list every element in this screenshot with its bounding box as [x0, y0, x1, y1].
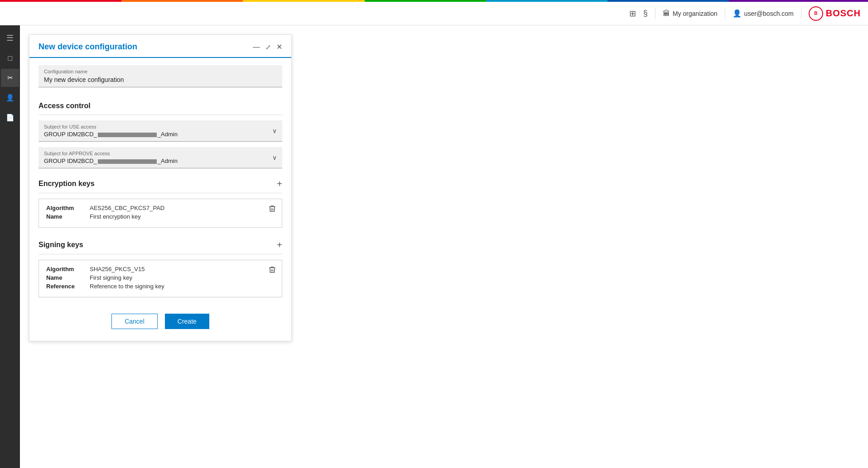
signing-algorithm-row: Algorithm SHA256_PKCS_V15	[46, 266, 275, 272]
user-icon: 👤	[733, 9, 742, 18]
signing-keys-section-header: Signing keys +	[39, 235, 282, 254]
access-control-title: Access control	[39, 102, 91, 110]
org-building-icon: 🏛	[663, 10, 670, 18]
encryption-algorithm-label: Algorithm	[46, 205, 82, 211]
header: ⊞ § 🏛 My organization 👤 user@bosch.com B…	[0, 2, 868, 25]
section-icon[interactable]: §	[643, 9, 648, 18]
header-user[interactable]: 👤 user@bosch.com	[733, 9, 794, 18]
main-content: New device configuration — ⤢ ✕ Configura…	[20, 25, 868, 468]
menu-icon: ☰	[6, 33, 14, 43]
encryption-keys-section-header: Encryption keys +	[39, 174, 282, 193]
config-name-label: Configuration name	[44, 69, 277, 74]
document-icon: 📄	[6, 114, 14, 122]
sidebar-item-box[interactable]: ◻	[1, 49, 19, 67]
encryption-key-card: Algorithm AES256_CBC_PKCS7_PAD Name Firs…	[39, 199, 282, 228]
main-layout: ☰ ◻ ✂ 👤 📄 New device configuration — ⤢ ✕	[0, 25, 868, 468]
delete-signing-key-button[interactable]	[268, 266, 276, 276]
access-control-section-header: Access control	[39, 96, 282, 115]
use-access-chevron-icon: ∨	[272, 127, 277, 134]
bosch-logo-circle: B	[809, 6, 823, 21]
header-divider-2	[725, 8, 725, 19]
signing-algorithm-value: SHA256_PKCS_V15	[90, 266, 145, 272]
org-name: My organization	[673, 10, 718, 17]
config-name-value: My new device configuration	[44, 76, 277, 83]
dialog-header: New device configuration — ⤢ ✕	[29, 35, 291, 58]
signing-algorithm-label: Algorithm	[46, 266, 82, 272]
use-access-label: Subject for USE access	[44, 124, 178, 129]
approve-access-value: GROUP IDM2BCD__Admin	[44, 158, 178, 164]
encryption-name-label: Name	[46, 213, 82, 220]
approve-access-left: Subject for APPROVE access GROUP IDM2BCD…	[44, 151, 178, 164]
tools-icon: ✂	[7, 74, 13, 82]
encryption-name-value: First encryption key	[90, 213, 141, 220]
signing-name-label: Name	[46, 274, 82, 281]
layout-icon[interactable]: ⊞	[629, 9, 636, 19]
cancel-button[interactable]: Cancel	[111, 314, 158, 329]
expand-button[interactable]: ⤢	[265, 43, 271, 51]
buttons-row: Cancel Create	[39, 305, 282, 334]
use-access-dropdown[interactable]: Subject for USE access GROUP IDM2BCD__Ad…	[39, 120, 282, 142]
user-email: user@bosch.com	[744, 10, 794, 17]
approve-access-dropdown[interactable]: Subject for APPROVE access GROUP IDM2BCD…	[39, 147, 282, 168]
signing-reference-label: Reference	[46, 283, 82, 290]
signing-keys-title: Signing keys	[39, 241, 83, 249]
delete-encryption-key-button[interactable]	[268, 205, 276, 215]
dialog-title: New device configuration	[39, 42, 137, 52]
config-name-field[interactable]: Configuration name My new device configu…	[39, 65, 282, 87]
person-icon: 👤	[6, 94, 14, 102]
use-access-left: Subject for USE access GROUP IDM2BCD__Ad…	[44, 124, 178, 138]
sidebar-item-tools[interactable]: ✂	[1, 69, 19, 87]
header-icons: ⊞ § 🏛 My organization 👤 user@bosch.com B…	[629, 6, 861, 21]
create-button[interactable]: Create	[165, 314, 209, 329]
box-icon: ◻	[7, 54, 13, 62]
signing-reference-value: Reference to the signing key	[90, 283, 164, 290]
sidebar: ☰ ◻ ✂ 👤 📄	[0, 25, 20, 468]
approve-access-chevron-icon: ∨	[272, 154, 277, 161]
header-divider-3	[801, 8, 801, 19]
add-signing-key-button[interactable]: +	[277, 240, 282, 249]
add-encryption-key-button[interactable]: +	[277, 179, 282, 188]
encryption-keys-title: Encryption keys	[39, 180, 95, 188]
signing-name-row: Name First signing key	[46, 274, 275, 281]
approve-access-label: Subject for APPROVE access	[44, 151, 178, 156]
bosch-logo: B BOSCH	[809, 6, 861, 21]
sidebar-item-person[interactable]: 👤	[1, 89, 19, 107]
header-org[interactable]: 🏛 My organization	[663, 10, 718, 18]
dialog-body: Configuration name My new device configu…	[29, 58, 291, 341]
use-access-value: GROUP IDM2BCD__Admin	[44, 131, 178, 138]
encryption-algorithm-value: AES256_CBC_PKCS7_PAD	[90, 205, 164, 211]
bosch-logo-text: BOSCH	[826, 8, 861, 19]
dialog-controls: — ⤢ ✕	[253, 43, 282, 51]
sidebar-item-document[interactable]: 📄	[1, 109, 19, 127]
signing-key-card: Algorithm SHA256_PKCS_V15 Name First sig…	[39, 260, 282, 297]
encryption-algorithm-row: Algorithm AES256_CBC_PKCS7_PAD	[46, 205, 275, 211]
dialog-panel: New device configuration — ⤢ ✕ Configura…	[29, 34, 292, 341]
minimize-button[interactable]: —	[253, 43, 260, 51]
signing-name-value: First signing key	[90, 274, 132, 281]
signing-reference-row: Reference Reference to the signing key	[46, 283, 275, 290]
encryption-name-row: Name First encryption key	[46, 213, 275, 220]
header-divider	[655, 8, 656, 19]
sidebar-item-menu[interactable]: ☰	[1, 29, 19, 47]
close-button[interactable]: ✕	[276, 43, 282, 51]
